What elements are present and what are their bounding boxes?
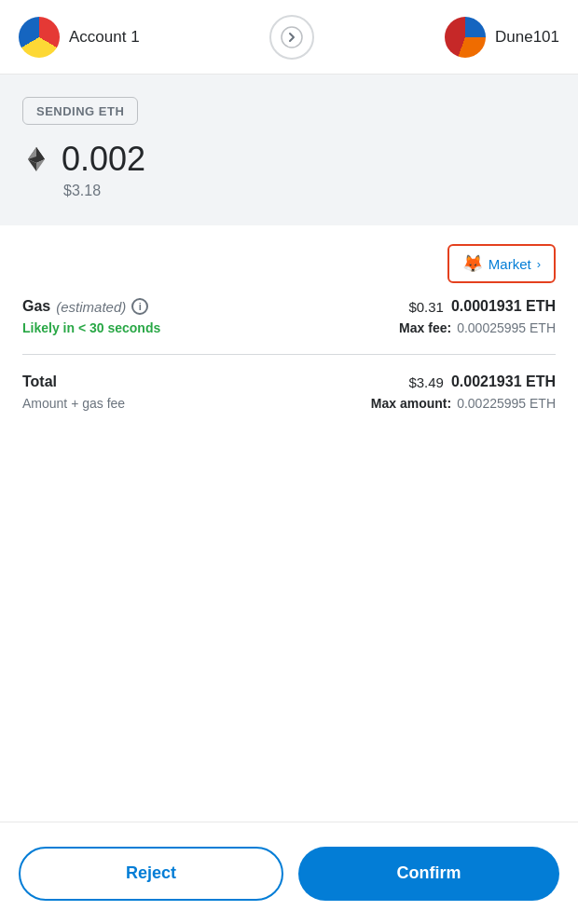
maxfee-value: 0.00025995 ETH bbox=[457, 320, 556, 335]
gas-left: Gas (estimated) i bbox=[22, 298, 148, 315]
account-from: Account 1 bbox=[19, 17, 140, 58]
gas-section: 🦊 Market › Gas (estimated) i $0.31 0.000… bbox=[0, 225, 578, 335]
avatar-to bbox=[445, 17, 486, 58]
likely-text: Likely in < 30 seconds bbox=[22, 320, 160, 335]
sending-label: SENDING ETH bbox=[36, 104, 124, 118]
market-label: Market bbox=[489, 256, 531, 272]
sending-label-wrapper: SENDING ETH bbox=[22, 97, 138, 125]
total-section: Total $3.49 0.0021931 ETH Amount + gas f… bbox=[0, 374, 578, 411]
gas-eth: 0.0001931 ETH bbox=[451, 298, 556, 315]
maxamount-value: 0.00225995 ETH bbox=[457, 396, 556, 411]
confirm-button[interactable]: Confirm bbox=[298, 847, 559, 901]
subrow-label: Amount + gas fee bbox=[22, 396, 125, 411]
total-usd: $3.49 bbox=[408, 374, 444, 390]
total-label: Total bbox=[22, 374, 57, 390]
market-button-row: 🦊 Market › bbox=[22, 244, 556, 283]
arrow-circle bbox=[269, 15, 314, 60]
amount-eth: 0.002 bbox=[62, 140, 145, 179]
fox-icon: 🦊 bbox=[462, 253, 483, 274]
total-row: Total $3.49 0.0021931 ETH bbox=[22, 374, 556, 390]
gas-estimated: (estimated) bbox=[56, 299, 126, 315]
maxfee-right: Max fee: 0.00025995 ETH bbox=[399, 320, 556, 335]
gas-right: $0.31 0.0001931 ETH bbox=[408, 298, 556, 315]
footer: Reject Confirm bbox=[0, 822, 578, 924]
header: Account 1 Dune101 bbox=[0, 0, 578, 75]
arrow-right-icon bbox=[281, 26, 303, 48]
maxamount-right: Max amount: 0.00225995 ETH bbox=[371, 396, 556, 411]
total-eth: 0.0021931 ETH bbox=[451, 374, 556, 390]
svg-point-0 bbox=[282, 27, 302, 48]
market-button[interactable]: 🦊 Market › bbox=[447, 244, 556, 283]
sending-section: SENDING ETH 0.002 $3.18 bbox=[0, 75, 578, 225]
subrow: Amount + gas fee Max amount: 0.00225995 … bbox=[22, 396, 556, 411]
account-to: Dune101 bbox=[445, 17, 559, 58]
eth-diamond-icon bbox=[22, 145, 50, 173]
gas-usd: $0.31 bbox=[408, 299, 444, 315]
gas-label: Gas bbox=[22, 298, 50, 315]
amount-usd: $3.18 bbox=[63, 183, 556, 199]
account-to-name: Dune101 bbox=[495, 28, 559, 47]
maxfee-label: Max fee: bbox=[399, 320, 451, 335]
maxamount-label: Max amount: bbox=[371, 396, 451, 411]
account-from-name: Account 1 bbox=[69, 28, 140, 47]
divider bbox=[22, 354, 556, 355]
reject-button[interactable]: Reject bbox=[19, 847, 283, 901]
likely-row: Likely in < 30 seconds Max fee: 0.000259… bbox=[22, 320, 556, 335]
gas-row: Gas (estimated) i $0.31 0.0001931 ETH bbox=[22, 298, 556, 315]
info-icon[interactable]: i bbox=[131, 298, 148, 315]
avatar-from bbox=[19, 17, 60, 58]
amount-row: 0.002 bbox=[22, 140, 556, 179]
total-right: $3.49 0.0021931 ETH bbox=[408, 374, 556, 390]
chevron-right-icon: › bbox=[537, 257, 541, 271]
